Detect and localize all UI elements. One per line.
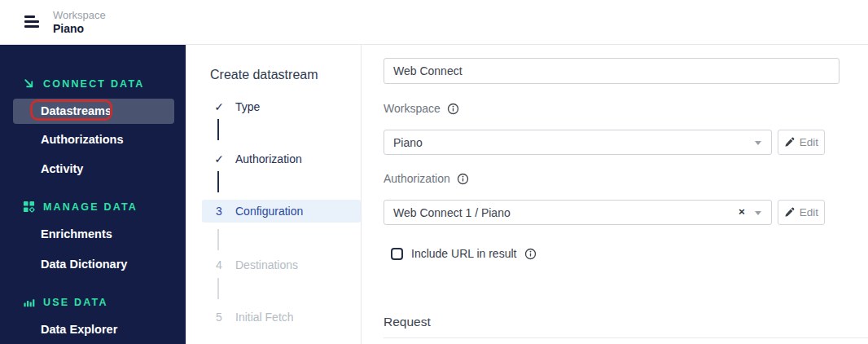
chevron-down-icon[interactable] bbox=[755, 211, 761, 215]
sidebar-section-connect-data[interactable]: CONNECT DATA bbox=[23, 77, 145, 90]
sidebar-item-enrichments[interactable]: Enrichments bbox=[41, 227, 112, 240]
sidebar-item-data-explorer[interactable]: Data Explorer bbox=[41, 323, 117, 336]
app-window: Workspace Piano CONNECT DATA Datastreams… bbox=[0, 0, 868, 344]
pencil-icon bbox=[784, 137, 795, 148]
edit-authorization-button[interactable]: Edit bbox=[778, 200, 825, 225]
authorization-field-label: Authorization bbox=[384, 172, 469, 185]
sidebar-item-data-dictionary[interactable]: Data Dictionary bbox=[41, 258, 127, 271]
workspace-select[interactable]: Piano bbox=[384, 130, 772, 155]
wizard-step-destinations[interactable]: 4 Destinations bbox=[213, 258, 298, 271]
check-icon: ✓ bbox=[213, 152, 225, 165]
sidebar-item-authorizations[interactable]: Authorizations bbox=[41, 133, 124, 146]
workspace-label: Workspace bbox=[53, 9, 106, 21]
step-connector bbox=[217, 171, 219, 192]
configuration-panel: Workspace Piano Edit Authorization Web C… bbox=[361, 45, 868, 344]
wizard-step-label: Destinations bbox=[235, 258, 298, 271]
info-icon[interactable] bbox=[457, 173, 469, 185]
sidebar-section-manage-data[interactable]: MANAGE DATA bbox=[23, 201, 138, 213]
request-section-heading: Request bbox=[384, 315, 431, 329]
step-connector bbox=[217, 229, 219, 250]
clear-selection-icon[interactable]: × bbox=[739, 205, 745, 218]
chevron-down-icon[interactable] bbox=[755, 141, 761, 145]
sidebar-item-activity[interactable]: Activity bbox=[41, 162, 83, 175]
grid-icon bbox=[23, 201, 35, 213]
wizard-step-initial-fetch[interactable]: 5 Initial Fetch bbox=[213, 311, 294, 324]
sidebar-section-label: MANAGE DATA bbox=[43, 201, 138, 213]
section-divider bbox=[384, 337, 868, 338]
sidebar-nav: CONNECT DATA Datastreams Authorizations … bbox=[0, 45, 186, 344]
edit-button-label: Edit bbox=[800, 206, 818, 218]
hamburger-menu-icon[interactable] bbox=[24, 15, 41, 30]
wizard-step-configuration[interactable]: 3 Configuration bbox=[202, 200, 361, 223]
authorization-selected-value: Web Connect 1 / Piano bbox=[393, 206, 511, 219]
sidebar-item-label: Datastreams bbox=[41, 104, 112, 117]
step-connector bbox=[217, 119, 219, 140]
sidebar-section-label: USE DATA bbox=[43, 297, 108, 308]
datastream-name-input[interactable] bbox=[384, 58, 840, 84]
sidebar-section-label: CONNECT DATA bbox=[43, 78, 145, 90]
sidebar-item-datastreams[interactable]: Datastreams bbox=[13, 99, 174, 124]
wizard-step-label: Configuration bbox=[235, 205, 303, 218]
wizard-step-label: Type bbox=[235, 100, 260, 113]
check-icon: ✓ bbox=[213, 100, 225, 113]
wizard-step-type[interactable]: ✓ Type bbox=[213, 100, 260, 113]
include-url-label: Include URL in result bbox=[411, 247, 516, 260]
workspace-label-text: Workspace bbox=[384, 102, 441, 115]
edit-workspace-button[interactable]: Edit bbox=[778, 130, 825, 155]
workspace-selected-value: Piano bbox=[393, 136, 423, 149]
create-datastream-wizard: Create datastream ✓ Type ✓ Authorization… bbox=[186, 45, 361, 344]
wizard-step-authorization[interactable]: ✓ Authorization bbox=[213, 152, 302, 165]
pencil-icon bbox=[784, 207, 795, 218]
sidebar-section-use-data[interactable]: USE DATA bbox=[23, 296, 108, 308]
workspace-name: Piano bbox=[53, 22, 84, 35]
top-bar: Workspace Piano bbox=[0, 0, 868, 45]
arrow-down-right-icon bbox=[23, 77, 35, 90]
step-number: 5 bbox=[213, 311, 225, 324]
authorization-select[interactable]: Web Connect 1 / Piano × bbox=[384, 200, 772, 225]
step-number: 3 bbox=[213, 205, 225, 218]
step-number: 4 bbox=[213, 258, 225, 271]
bar-chart-icon bbox=[23, 296, 35, 308]
edit-button-label: Edit bbox=[800, 136, 818, 148]
wizard-step-label: Initial Fetch bbox=[235, 311, 294, 324]
include-url-row: Include URL in result bbox=[391, 247, 537, 260]
info-icon[interactable] bbox=[447, 103, 459, 115]
info-icon[interactable] bbox=[524, 248, 537, 260]
authorization-label-text: Authorization bbox=[384, 172, 450, 185]
workspace-field-label: Workspace bbox=[384, 102, 459, 115]
wizard-title: Create datastream bbox=[210, 68, 318, 82]
wizard-step-label: Authorization bbox=[235, 152, 302, 165]
include-url-checkbox[interactable] bbox=[391, 248, 403, 260]
step-connector bbox=[217, 278, 219, 299]
